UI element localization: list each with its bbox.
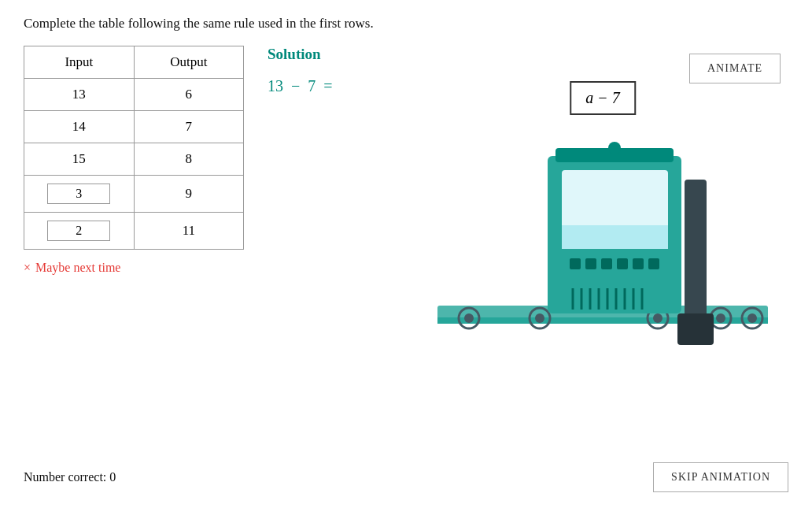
svg-point-5 [535,313,544,323]
svg-rect-22 [648,258,659,269]
output-cell-3: 8 [134,143,243,176]
output-cell-2: 7 [134,111,243,143]
table-row: 15 8 [24,143,244,176]
formula-text: a − 7 [585,89,620,106]
table-section: Input Output 13 6 14 7 15 8 [24,46,244,275]
svg-rect-20 [617,258,628,269]
output-cell-4: 9 [134,176,243,213]
instruction-text: Complete the table following the same ru… [24,16,788,32]
col-header-input: Input [24,46,135,79]
svg-rect-24 [677,313,714,345]
main-container: Complete the table following the same ru… [0,0,812,387]
input-cell-2: 14 [24,111,135,143]
table-row: 11 [24,213,244,250]
input-cell-3: 15 [24,143,135,176]
svg-rect-17 [570,258,581,269]
svg-rect-16 [562,225,668,249]
input-cell-5 [24,213,135,250]
svg-point-14 [608,142,621,154]
eq-part-4: = [323,77,332,95]
output-cell-5: 11 [134,213,243,250]
feedback-text: Maybe next time [35,261,120,275]
eq-part-3: 7 [308,77,316,95]
table-row: 9 [24,176,244,213]
x-icon: × [24,261,31,275]
input-field-4[interactable] [47,184,110,204]
input-field-5[interactable] [47,221,110,241]
svg-point-11 [747,313,757,323]
solution-title: Solution [268,46,393,63]
num-correct-label: Number correct: 0 [24,470,116,484]
svg-rect-23 [685,180,707,321]
output-cell-1: 6 [134,79,243,111]
svg-point-3 [464,313,474,323]
machine-area: ANIMATE a − 7 [417,46,788,372]
eq-part-1: 13 [268,77,283,95]
input-cell-4 [24,176,135,213]
machine-illustration: a − 7 [437,77,768,372]
skip-animation-button[interactable]: SKIP ANIMATION [653,462,788,492]
machine-svg [437,77,768,369]
solution-equation: 13 − 7 = [268,77,393,95]
solution-section: Solution 13 − 7 = [268,46,393,95]
io-table: Input Output 13 6 14 7 15 8 [24,46,244,250]
content-area: Input Output 13 6 14 7 15 8 [24,46,788,372]
formula-box: a − 7 [570,81,636,115]
table-row: 13 6 [24,79,244,111]
table-row: 14 7 [24,111,244,143]
eq-part-2: − [291,77,300,95]
svg-point-9 [716,313,725,323]
svg-rect-19 [601,258,612,269]
input-cell-1: 13 [24,79,135,111]
svg-rect-18 [585,258,596,269]
svg-point-7 [653,313,663,323]
col-header-output: Output [134,46,243,79]
bottom-bar: Number correct: 0 SKIP ANIMATION [24,462,788,492]
feedback-message: × Maybe next time [24,261,244,275]
svg-rect-21 [633,258,644,269]
